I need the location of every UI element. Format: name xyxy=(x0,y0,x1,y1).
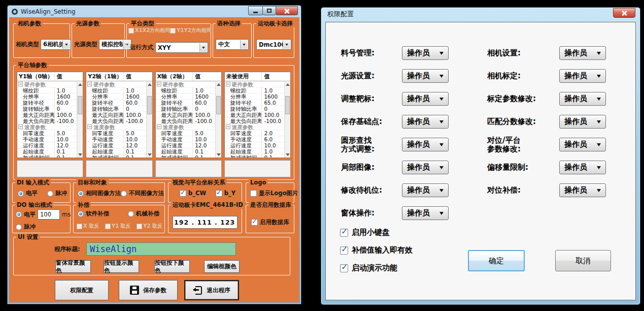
motion-board-dropdown[interactable]: Dmc1000 xyxy=(256,39,291,50)
scroll-down-icon[interactable] xyxy=(286,153,290,156)
axis-row[interactable]: 旋转半径60.0 xyxy=(17,100,83,106)
permission-checkbox[interactable]: 补偿值输入即有效 xyxy=(340,245,413,255)
role-dropdown[interactable]: 操作员 xyxy=(559,92,606,106)
collapse-minus-icon[interactable]: − xyxy=(226,125,230,129)
y1y2-same-direction-checkbox[interactable]: Y1Y2方向相同 xyxy=(170,27,211,34)
role-dropdown[interactable]: 操作员 xyxy=(402,161,449,174)
axis-property-table[interactable]: X轴（2轴）值−硬件参数螺纹距1.0分辨率1600旋转半径60.0旋转轴比率0最… xyxy=(155,72,222,158)
permission-checkbox[interactable]: 启动演示功能 xyxy=(340,263,413,273)
role-dropdown[interactable]: 操作员 xyxy=(559,138,606,151)
axis-row[interactable]: 分辨率1600 xyxy=(156,94,221,100)
axis-row[interactable]: 旋转半径60.0 xyxy=(86,100,152,106)
axis-row[interactable]: 起始速度0.1 xyxy=(17,148,83,154)
run-mode-dropdown[interactable]: XYY xyxy=(155,42,208,53)
role-dropdown[interactable]: 操作员 xyxy=(559,183,606,197)
role-dropdown[interactable]: 操作员 xyxy=(402,46,449,60)
vertical-scrollbar[interactable] xyxy=(284,82,290,158)
axis-row[interactable]: 回零速度5.0 xyxy=(17,130,83,136)
axis-row[interactable]: 运行速度12.0 xyxy=(156,142,221,148)
vertical-scrollbar[interactable] xyxy=(146,82,152,158)
axis-row[interactable]: 最大负向距离-100.0 xyxy=(86,118,152,124)
axis-row[interactable]: 旋转轴比率0 xyxy=(17,106,83,112)
axis-category-row[interactable]: −硬件参数 xyxy=(86,81,152,87)
mechanical-compensation-radio[interactable]: 机械补偿 xyxy=(128,210,159,217)
role-dropdown[interactable]: 操作员 xyxy=(402,183,449,197)
collapse-minus-icon[interactable]: − xyxy=(157,82,161,86)
axis-category-row[interactable]: −速度参数 xyxy=(156,124,221,130)
close-button[interactable] xyxy=(276,6,298,15)
do-pulse-radio[interactable]: 脉冲 xyxy=(16,223,36,231)
axis-row[interactable]: 旋转轴比率0 xyxy=(86,106,152,112)
role-dropdown[interactable]: 操作员 xyxy=(402,92,449,106)
show-logo-checkbox[interactable]: 显示Logo图片 xyxy=(250,190,298,197)
minimize-button[interactable] xyxy=(248,6,263,15)
role-dropdown[interactable]: 操作员 xyxy=(402,138,449,151)
axis-category-row[interactable]: −速度参数 xyxy=(225,124,290,130)
y1-invert-checkbox[interactable]: Y1 取反 xyxy=(105,223,131,230)
software-compensation-radio[interactable]: 软件补偿 xyxy=(78,210,109,217)
edit-box-color-button[interactable]: 编辑框颜色 xyxy=(204,260,240,273)
role-dropdown[interactable]: 操作员 xyxy=(559,69,606,83)
axis-row[interactable]: 回零速度2.0 xyxy=(225,130,290,136)
collapse-minus-icon[interactable]: − xyxy=(18,125,23,129)
language-dropdown[interactable]: 中文 xyxy=(216,39,249,50)
collapse-minus-icon[interactable]: − xyxy=(18,82,23,86)
cancel-button[interactable]: 取消 xyxy=(555,250,611,271)
axis-row[interactable]: 运行速度12.0 xyxy=(17,142,83,148)
save-params-button[interactable]: 保存参数 xyxy=(119,280,178,300)
axis-row[interactable]: 回零速度5.0 xyxy=(86,130,152,136)
axis-category-row[interactable]: −硬件参数 xyxy=(156,81,221,87)
ok-button[interactable]: 确定 xyxy=(468,250,525,271)
dropdown-arrow-button[interactable] xyxy=(199,43,207,52)
axis-category-row[interactable]: −速度参数 xyxy=(17,124,83,130)
scroll-up-icon[interactable] xyxy=(148,83,152,86)
axis-row[interactable]: 最大正向距离100.0 xyxy=(225,112,290,118)
axis-row[interactable]: 手动速度10.0 xyxy=(156,136,221,142)
axis-row[interactable]: 手动速度10.0 xyxy=(17,136,83,142)
axis-row[interactable]: 起始速度0.1 xyxy=(156,148,221,154)
b-cw-checkbox[interactable]: b_CW xyxy=(180,190,206,197)
role-dropdown[interactable]: 操作员 xyxy=(559,161,606,174)
axis-row[interactable]: 最大正向距离100.0 xyxy=(156,112,221,118)
scrollbar-thumb[interactable] xyxy=(147,96,152,114)
scroll-down-icon[interactable] xyxy=(217,153,221,156)
x-invert-checkbox[interactable]: X 取反 xyxy=(77,223,99,230)
scrollbar-thumb[interactable] xyxy=(216,96,221,114)
vertical-scrollbar[interactable] xyxy=(215,82,221,158)
role-dropdown[interactable]: 操作员 xyxy=(559,46,606,60)
different-image-method-radio[interactable]: 不同图像方法 xyxy=(121,190,164,197)
axis-row[interactable]: 起始速度1.0 xyxy=(225,148,290,154)
exit-program-button[interactable]: 退出程序 xyxy=(184,280,239,300)
axis-property-table[interactable]: Y2轴（1轴）值−硬件参数螺纹距1.0分辨率1600旋转半径60.0旋转轴比率0… xyxy=(86,72,152,158)
axis-row[interactable]: 最大负向距离-100.0 xyxy=(156,118,221,124)
scroll-down-icon[interactable] xyxy=(78,153,82,156)
axis-row[interactable]: 最大正向距离100.0 xyxy=(17,112,83,118)
scroll-up-icon[interactable] xyxy=(217,83,221,86)
button-pressed-color-button[interactable]: 按钮按下颜色 xyxy=(154,260,190,273)
camera-type-dropdown[interactable]: 6相机抓边 xyxy=(41,39,71,50)
emc-ip-input[interactable] xyxy=(173,216,238,229)
axis-row[interactable]: 运行速度10.0 xyxy=(225,142,290,148)
axis-property-table[interactable]: 未被使用值−硬件参数螺纹距1.0分辨率1600旋转半径65.0旋转轴比率0最大正… xyxy=(224,72,291,158)
collapse-minus-icon[interactable]: − xyxy=(157,125,161,129)
axis-row[interactable]: 加减速时间0.1 xyxy=(17,154,83,158)
dropdown-arrow-button[interactable] xyxy=(283,40,290,49)
axis-row[interactable]: 分辨率1600 xyxy=(86,94,152,100)
axis-row[interactable]: 手动速度10.0 xyxy=(86,136,152,142)
collapse-minus-icon[interactable]: − xyxy=(87,125,92,129)
x1x2-same-direction-checkbox[interactable]: X1X2方向相同 xyxy=(128,27,170,34)
collapse-minus-icon[interactable]: − xyxy=(226,82,230,86)
program-title-input[interactable] xyxy=(86,242,236,256)
axis-row[interactable]: 旋转轴比率0 xyxy=(156,106,221,112)
button-display-color-button[interactable]: 按钮显示颜色 xyxy=(104,260,139,273)
axis-category-row[interactable]: −硬件参数 xyxy=(17,81,83,87)
axis-row[interactable]: 最大负向距离-100.0 xyxy=(17,118,83,124)
di-pulse-radio[interactable]: 脉冲 xyxy=(47,190,67,197)
axis-row[interactable]: 运行速度12.0 xyxy=(86,142,152,148)
scroll-up-icon[interactable] xyxy=(78,83,82,86)
axis-category-row[interactable]: −硬件参数 xyxy=(225,81,290,87)
y2-invert-checkbox[interactable]: Y2 取反 xyxy=(137,223,162,230)
maximize-button[interactable] xyxy=(262,6,276,15)
axis-row[interactable]: 旋转半径60.0 xyxy=(156,100,221,106)
scroll-up-icon[interactable] xyxy=(286,83,290,86)
